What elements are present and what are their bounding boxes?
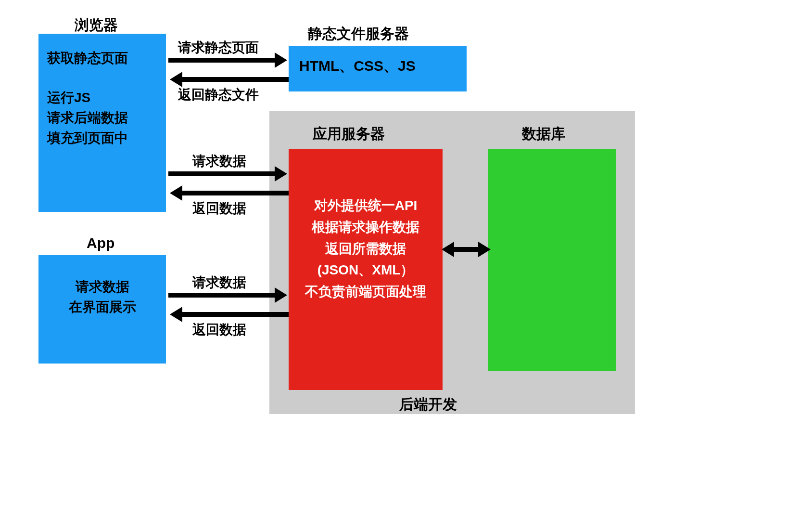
- arrow-request-static-icon: [168, 58, 277, 63]
- static-server-title: 静态文件服务器: [308, 24, 409, 44]
- database-box: [488, 149, 616, 371]
- appserver-line3: 返回所需数据: [289, 238, 443, 260]
- browser-title: 浏览器: [75, 15, 118, 35]
- arrow-appserver-db-icon: [452, 247, 480, 252]
- arrow-request-data2-icon: [168, 293, 277, 298]
- arrow-request-data2-label: 请求数据: [192, 273, 246, 292]
- app-line2: 在界面展示: [47, 297, 157, 317]
- app-title: App: [87, 235, 114, 251]
- arrow-return-data1-label: 返回数据: [192, 199, 246, 218]
- appserver-line4: (JSON、XML）: [289, 260, 443, 281]
- arrow-return-static-label: 返回静态文件: [178, 86, 259, 104]
- application-server-box: 对外提供统一API 根据请求操作数据 返回所需数据 (JSON、XML） 不负责…: [289, 149, 443, 390]
- static-server-box: HTML、CSS、JS: [289, 46, 467, 91]
- arrow-return-data2-label: 返回数据: [192, 321, 246, 339]
- browser-box: 获取静态页面 运行JS 请求后端数据 填充到页面中: [38, 34, 166, 212]
- app-client-box: 请求数据 在界面展示: [38, 255, 166, 364]
- arrow-request-data1-icon: [168, 171, 277, 176]
- browser-line3: 请求后端数据: [47, 108, 157, 128]
- browser-line1: 获取静态页面: [47, 48, 157, 68]
- browser-line4: 填充到页面中: [47, 128, 157, 148]
- appserver-line1: 对外提供统一API: [289, 195, 443, 217]
- static-server-text: HTML、CSS、JS: [299, 58, 416, 74]
- arrow-request-data1-label: 请求数据: [192, 152, 246, 170]
- arrow-request-static-label: 请求静态页面: [178, 39, 259, 57]
- browser-line2: 运行JS: [47, 88, 157, 108]
- appserver-line2: 根据请求操作数据: [289, 217, 443, 238]
- arrow-return-data1-icon: [180, 191, 289, 195]
- application-server-title: 应用服务器: [313, 124, 385, 144]
- database-title: 数据库: [522, 124, 565, 144]
- app-line1: 请求数据: [47, 277, 157, 297]
- arrow-return-static-icon: [180, 77, 289, 82]
- appserver-line5: 不负责前端页面处理: [289, 281, 443, 303]
- backend-dev-title: 后端开发: [399, 395, 457, 415]
- arrow-return-data2-icon: [180, 312, 289, 317]
